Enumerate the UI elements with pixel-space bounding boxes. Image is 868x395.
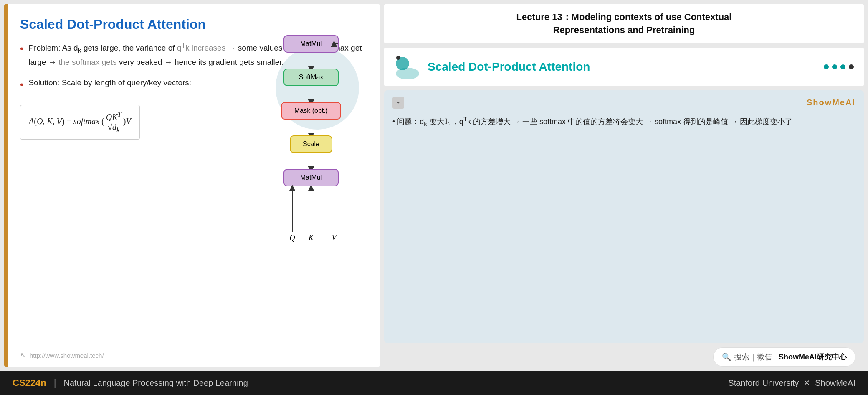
right-slide-title: Scaled Dot-Product Attention [428,60,590,74]
svg-point-23 [396,56,400,60]
svg-text:MatMul: MatMul [300,174,322,181]
svg-text:Mask (opt.): Mask (opt.) [294,107,328,114]
bottom-left: CS224n | Natural Language Processing wit… [13,377,248,388]
bullet-dot-2: • [20,77,23,92]
slide-footer: ↖ http://www.showmeai.tech/ [20,351,104,360]
course-name: Natural Language Processing with Deep Le… [63,378,248,388]
bullet-text-2: Solution: Scale by length of query/key v… [28,76,191,89]
showmeai-brand-bottom: ShowMeAI [815,378,855,388]
search-brand: ShowMeAI研究中心 [779,352,847,362]
bottom-separator: | [54,377,56,388]
dot-2 [832,64,837,69]
search-row: 🔍 搜索｜微信 ShowMeAI研究中心 [384,347,864,367]
showmeai-brand-label: ShowMeAI [807,98,855,107]
annotation-text: • 问题：dk 变大时，qTk 的方差增大 → 一些 softmax 中的值的方… [392,114,855,129]
slide-icon-right [394,54,421,80]
bullet-dot-1: • [20,41,23,56]
search-text: 搜索｜微信 [734,352,772,362]
svg-text:MatMul: MatMul [300,40,322,47]
x-symbol: ✕ [804,378,810,387]
stanford-label: Stanford University [728,378,799,388]
dot-4 [849,64,854,69]
lecture-title: Lecture 13：Modeling contexts of use Cont… [394,11,854,37]
svg-text:K: K [308,234,314,242]
search-icon: 🔍 [722,352,731,362]
diagram-area: MatMul SoftMax Mask (opt.) Scale [259,27,376,286]
bottom-right: Stanford University ✕ ShowMeAI [728,378,855,388]
bottom-bar: CS224n | Natural Language Processing wit… [0,371,868,395]
slide-panel: Scaled Dot-Product Attention • Problem: … [4,4,380,367]
course-code: CS224n [13,377,46,388]
footer-url: http://www.showmeai.tech/ [30,352,104,359]
annotation-box: ✦ ShowMeAI • 问题：dk 变大时，qTk 的方差增大 → 一些 so… [384,90,864,343]
annotation-header: ✦ ShowMeAI [392,97,855,109]
lecture-header: Lecture 13：Modeling contexts of use Cont… [384,4,864,43]
cursor-icon: ↖ [20,351,26,360]
svg-text:Q: Q [290,234,295,242]
slide-dots [824,64,854,69]
search-bar[interactable]: 🔍 搜索｜微信 ShowMeAI研究中心 [713,347,855,367]
showmeai-logo: ✦ [392,97,404,109]
formula-box: A(Q, K, V) = softmax ( QKT √dk )V [20,105,140,140]
svg-text:Scale: Scale [303,140,319,148]
svg-text:SoftMax: SoftMax [299,74,324,81]
svg-point-21 [396,68,419,79]
dot-1 [824,64,829,69]
right-panel: Lecture 13：Modeling contexts of use Cont… [384,4,864,367]
right-slide-header: Scaled Dot-Product Attention [384,48,864,86]
svg-text:V: V [332,234,337,242]
dot-3 [840,64,845,69]
